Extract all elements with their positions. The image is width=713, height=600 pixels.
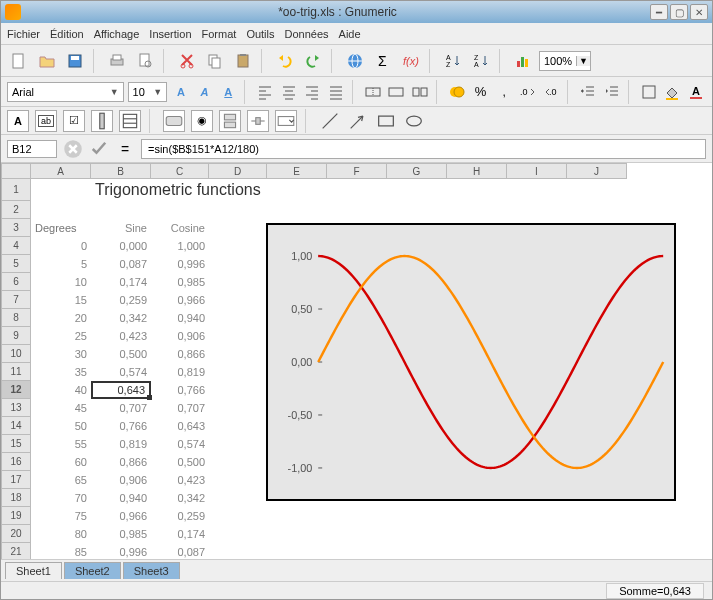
cell-sin-7[interactable]: 0,574 bbox=[91, 363, 151, 381]
row-header-2[interactable]: 2 bbox=[1, 201, 31, 219]
decrease-indent-icon[interactable] bbox=[579, 80, 599, 104]
cell-sin-12[interactable]: 0,866 bbox=[91, 453, 151, 471]
select-all-corner[interactable] bbox=[1, 163, 31, 179]
cell-sin-9[interactable]: 0,707 bbox=[91, 399, 151, 417]
align-right-icon[interactable] bbox=[303, 80, 323, 104]
menu-file[interactable]: Fichier bbox=[7, 28, 40, 40]
menu-tools[interactable]: Outils bbox=[246, 28, 274, 40]
copy-icon[interactable] bbox=[203, 49, 227, 73]
cell-cos-6[interactable]: 0,866 bbox=[151, 345, 209, 363]
scrollbar-object-icon[interactable] bbox=[91, 110, 113, 132]
align-justify-icon[interactable] bbox=[326, 80, 346, 104]
undo-icon[interactable] bbox=[273, 49, 297, 73]
cell-cos-1[interactable]: 0,996 bbox=[151, 255, 209, 273]
row-header-9[interactable]: 9 bbox=[1, 327, 31, 345]
italic-icon[interactable]: A bbox=[195, 80, 215, 104]
row-header-18[interactable]: 18 bbox=[1, 489, 31, 507]
row-header-12[interactable]: 12 bbox=[1, 381, 31, 399]
slider-object-icon[interactable] bbox=[247, 110, 269, 132]
cell-cos-12[interactable]: 0,500 bbox=[151, 453, 209, 471]
line-object-icon[interactable] bbox=[319, 110, 341, 132]
print-icon[interactable] bbox=[105, 49, 129, 73]
cell-sin-11[interactable]: 0,819 bbox=[91, 435, 151, 453]
cell-cos-11[interactable]: 0,574 bbox=[151, 435, 209, 453]
zoom-dropdown-icon[interactable]: ▼ bbox=[576, 56, 590, 66]
split-cells-icon[interactable] bbox=[410, 80, 430, 104]
cell-sin-3[interactable]: 0,259 bbox=[91, 291, 151, 309]
cell-deg-0[interactable]: 0 bbox=[31, 237, 91, 255]
accept-formula-icon[interactable] bbox=[89, 139, 109, 159]
maximize-button[interactable]: ▢ bbox=[670, 4, 688, 20]
cell-sin-13[interactable]: 0,906 bbox=[91, 471, 151, 489]
col-header-E[interactable]: E bbox=[267, 163, 327, 179]
col-header-B[interactable]: B bbox=[91, 163, 151, 179]
cell-cos-8[interactable]: 0,766 bbox=[151, 381, 209, 399]
row-header-8[interactable]: 8 bbox=[1, 309, 31, 327]
cut-icon[interactable] bbox=[175, 49, 199, 73]
cell-cos-17[interactable]: 0,087 bbox=[151, 543, 209, 559]
open-icon[interactable] bbox=[35, 49, 59, 73]
font-size-combo[interactable]: 10▼ bbox=[128, 82, 168, 102]
close-button[interactable]: ✕ bbox=[690, 4, 708, 20]
col-header-C[interactable]: C bbox=[151, 163, 209, 179]
cell-sin-17[interactable]: 0,996 bbox=[91, 543, 151, 559]
cell-deg-15[interactable]: 75 bbox=[31, 507, 91, 525]
cell-reference-input[interactable] bbox=[7, 140, 57, 158]
cell-cos-14[interactable]: 0,342 bbox=[151, 489, 209, 507]
cell-cos-15[interactable]: 0,259 bbox=[151, 507, 209, 525]
increase-decimal-icon[interactable]: .0 bbox=[518, 80, 538, 104]
equals-icon[interactable]: = bbox=[115, 139, 135, 159]
col-header-F[interactable]: F bbox=[327, 163, 387, 179]
sheet-tab-2[interactable]: Sheet2 bbox=[64, 562, 121, 579]
cell-deg-5[interactable]: 25 bbox=[31, 327, 91, 345]
sheet-tab-1[interactable]: Sheet1 bbox=[5, 562, 62, 579]
menu-help[interactable]: Aide bbox=[339, 28, 361, 40]
cell-deg-7[interactable]: 35 bbox=[31, 363, 91, 381]
cell-cos-7[interactable]: 0,819 bbox=[151, 363, 209, 381]
row-header-10[interactable]: 10 bbox=[1, 345, 31, 363]
button-object-icon[interactable] bbox=[163, 110, 185, 132]
cell-deg-16[interactable]: 80 bbox=[31, 525, 91, 543]
font-color-icon[interactable]: A bbox=[686, 80, 706, 104]
cell-deg-13[interactable]: 65 bbox=[31, 471, 91, 489]
col-header-H[interactable]: H bbox=[447, 163, 507, 179]
cell-cos-5[interactable]: 0,906 bbox=[151, 327, 209, 345]
rect-object-icon[interactable] bbox=[375, 110, 397, 132]
cell-deg-9[interactable]: 45 bbox=[31, 399, 91, 417]
menu-view[interactable]: Affichage bbox=[94, 28, 140, 40]
sheet-tab-3[interactable]: Sheet3 bbox=[123, 562, 180, 579]
header-degrees[interactable]: Degrees bbox=[31, 219, 91, 237]
checkbox-object-icon[interactable]: ☑ bbox=[63, 110, 85, 132]
header-sine[interactable]: Sine bbox=[91, 219, 151, 237]
sort-desc-icon[interactable]: ZA bbox=[469, 49, 493, 73]
percent-icon[interactable]: % bbox=[471, 80, 491, 104]
label-object-icon[interactable]: A bbox=[7, 110, 29, 132]
underline-icon[interactable]: A bbox=[218, 80, 238, 104]
cell-cos-16[interactable]: 0,174 bbox=[151, 525, 209, 543]
col-header-J[interactable]: J bbox=[567, 163, 627, 179]
row-header-5[interactable]: 5 bbox=[1, 255, 31, 273]
row-header-6[interactable]: 6 bbox=[1, 273, 31, 291]
decrease-decimal-icon[interactable]: .0 bbox=[542, 80, 562, 104]
row-header-4[interactable]: 4 bbox=[1, 237, 31, 255]
cell-sin-5[interactable]: 0,423 bbox=[91, 327, 151, 345]
font-name-combo[interactable]: Arial▼ bbox=[7, 82, 124, 102]
title-cell[interactable]: Trigonometric functions bbox=[91, 179, 291, 201]
cell-cos-0[interactable]: 1,000 bbox=[151, 237, 209, 255]
column-headers[interactable]: ABCDEFGHIJ bbox=[31, 163, 712, 179]
sheet-grid[interactable]: ABCDEFGHIJ 12345678910111213141516171819… bbox=[1, 163, 712, 559]
cell-deg-2[interactable]: 10 bbox=[31, 273, 91, 291]
row-header-11[interactable]: 11 bbox=[1, 363, 31, 381]
cell-sin-2[interactable]: 0,174 bbox=[91, 273, 151, 291]
bold-icon[interactable]: A bbox=[171, 80, 191, 104]
row-header-3[interactable]: 3 bbox=[1, 219, 31, 237]
zoom-input[interactable] bbox=[540, 55, 576, 67]
sort-asc-icon[interactable]: AZ bbox=[441, 49, 465, 73]
cell-cos-13[interactable]: 0,423 bbox=[151, 471, 209, 489]
cell-sin-1[interactable]: 0,087 bbox=[91, 255, 151, 273]
cell-sin-0[interactable]: 0,000 bbox=[91, 237, 151, 255]
currency-icon[interactable] bbox=[447, 80, 467, 104]
embedded-chart[interactable]: 1,000,500,00-0,50-1,00 bbox=[266, 223, 676, 501]
cell-sin-8[interactable]: 0,643 bbox=[91, 381, 151, 399]
combo-object-icon[interactable] bbox=[275, 110, 297, 132]
